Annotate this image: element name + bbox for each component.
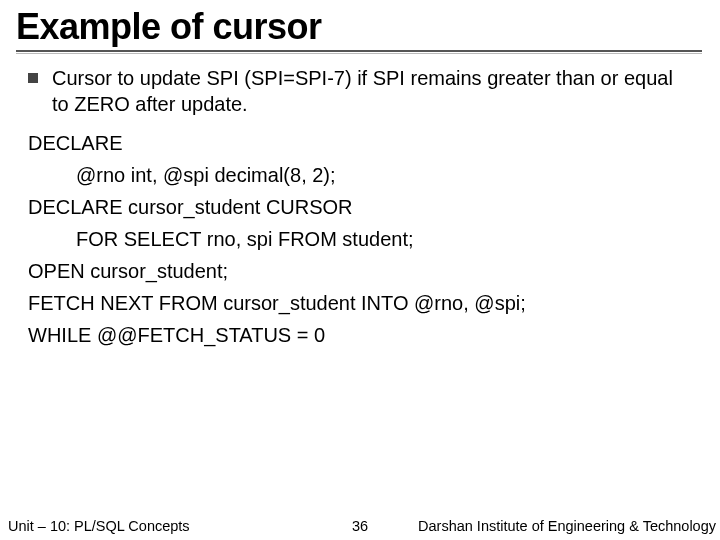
code-line: FETCH NEXT FROM cursor_student INTO @rno… <box>28 287 692 319</box>
code-line: WHILE @@FETCH_STATUS = 0 <box>28 319 692 351</box>
code-line: OPEN cursor_student; <box>28 255 692 287</box>
footer-page-number: 36 <box>352 518 368 534</box>
code-line: DECLARE cursor_student CURSOR <box>28 191 692 223</box>
code-line: FOR SELECT rno, spi FROM student; <box>28 223 692 255</box>
slide-body: Cursor to update SPI (SPI=SPI-7) if SPI … <box>0 58 720 518</box>
svg-rect-0 <box>28 73 38 83</box>
footer-right: Darshan Institute of Engineering & Techn… <box>418 518 716 534</box>
bullet-text: Cursor to update SPI (SPI=SPI-7) if SPI … <box>52 66 692 117</box>
bullet-item: Cursor to update SPI (SPI=SPI-7) if SPI … <box>28 66 692 117</box>
title-rule-bottom <box>16 53 702 54</box>
footer: Unit – 10: PL/SQL Concepts 36 Darshan In… <box>0 518 720 540</box>
footer-left: Unit – 10: PL/SQL Concepts <box>8 518 190 534</box>
code-line: DECLARE <box>28 127 692 159</box>
slide: Example of cursor Cursor to update SPI (… <box>0 0 720 540</box>
code-line: @rno int, @spi decimal(8, 2); <box>28 159 692 191</box>
title-block: Example of cursor <box>0 0 720 58</box>
code-block: DECLARE @rno int, @spi decimal(8, 2); DE… <box>28 127 692 351</box>
title-rule-top <box>16 50 702 52</box>
square-bullet-icon <box>28 73 42 83</box>
slide-title: Example of cursor <box>16 6 702 48</box>
